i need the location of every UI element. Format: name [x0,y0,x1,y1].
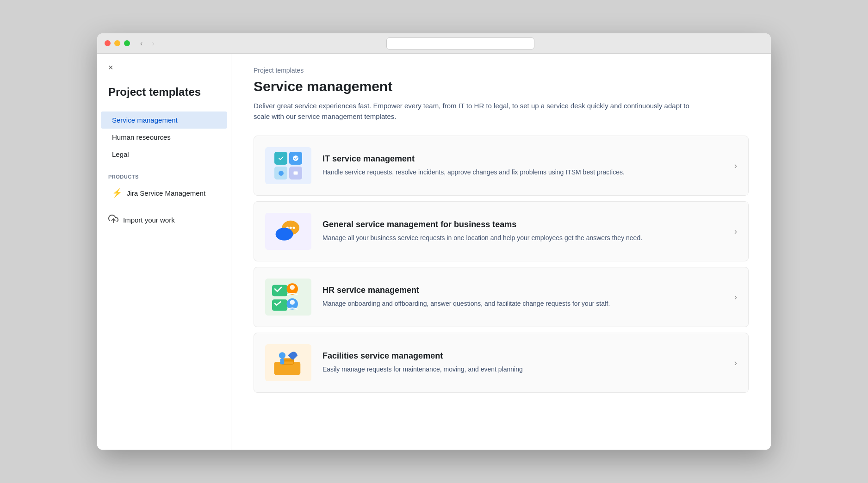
page-title: Service management [254,79,749,94]
it-service-management-title: IT service management [322,154,723,164]
general-service-management-desc: Manage all your business service request… [322,233,723,243]
sidebar-item-service-management[interactable]: Service management [101,111,227,129]
svg-rect-20 [280,359,285,364]
hr-service-management-desc: Manage onboarding and offboarding, answe… [322,299,723,309]
svg-point-1 [279,171,284,176]
sidebar-nav: Service management Human reseources Lega… [97,111,231,163]
it-service-management-info: IT service management Handle service req… [322,154,723,177]
it-service-management-icon [265,147,311,184]
svg-rect-2 [294,172,298,175]
cloud-upload-icon [108,214,118,226]
traffic-lights [105,40,130,46]
template-card-hr-service-management[interactable]: HR service management Manage onboarding … [254,267,749,327]
hr-service-management-title: HR service management [322,285,723,295]
facilities-service-management-info: Facilities service management Easily man… [322,351,723,374]
address-bar [157,37,763,50]
jira-service-management-icon: ⚡ [112,188,122,198]
nav-buttons: ‹ › [137,38,157,49]
jira-service-management-label: Jira Service Management [127,189,205,197]
sidebar-item-human-resources[interactable]: Human reseources [101,129,227,146]
it-service-management-desc: Handle service requests, resolve inciden… [322,167,723,177]
svg-rect-13 [272,299,287,311]
app-body: × Project templates Service management H… [97,54,771,450]
back-button[interactable]: ‹ [137,38,145,49]
forward-button[interactable]: › [149,38,157,49]
import-label: Import your work [123,216,175,224]
close-button[interactable]: × [97,63,124,80]
general-service-management-chevron: › [734,227,737,236]
svg-point-6 [290,227,292,229]
svg-point-19 [279,352,285,359]
app-window: ‹ › × Project templates Service manageme… [97,33,771,450]
breadcrumb: Project templates [254,67,749,74]
titlebar: ‹ › [97,33,771,54]
maximize-window-button[interactable] [124,40,130,46]
facilities-service-management-title: Facilities service management [322,351,723,361]
facilities-service-management-chevron: › [734,358,737,368]
close-window-button[interactable] [105,40,111,46]
svg-point-12 [290,285,295,290]
page-description: Deliver great service experiences fast. … [254,101,698,122]
products-section-label: PRODUCTS [97,163,231,183]
hr-service-management-chevron: › [734,292,737,302]
svg-point-7 [292,227,295,229]
hr-service-management-icon [265,279,311,316]
sidebar-item-jira-service-management[interactable]: ⚡ Jira Service Management [101,183,227,203]
facilities-service-management-icon [265,344,311,381]
svg-rect-10 [272,285,287,297]
hr-service-management-info: HR service management Manage onboarding … [322,285,723,309]
address-input[interactable] [386,37,534,50]
import-your-work[interactable]: Import your work [97,203,231,231]
main-content: Project templates Service management Del… [231,54,771,450]
sidebar: × Project templates Service management H… [97,54,231,450]
sidebar-item-legal[interactable]: Legal [101,146,227,163]
template-card-facilities-service-management[interactable]: Facilities service management Easily man… [254,333,749,393]
general-service-management-info: General service management for business … [322,220,723,243]
general-service-management-title: General service management for business … [322,220,723,229]
facilities-service-management-desc: Easily manage requests for maintenance, … [322,365,723,374]
minimize-window-button[interactable] [114,40,120,46]
sidebar-title: Project templates [97,80,231,111]
it-service-management-chevron: › [734,161,737,171]
svg-point-15 [290,300,295,305]
template-card-it-service-management[interactable]: IT service management Handle service req… [254,136,749,196]
general-service-management-icon [265,213,311,250]
template-card-general-service-management[interactable]: General service management for business … [254,201,749,261]
